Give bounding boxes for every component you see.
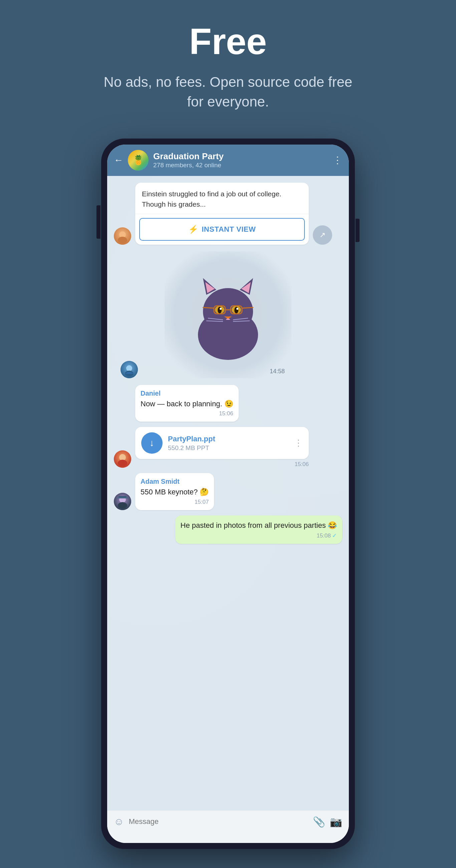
svg-point-2 (118, 237, 127, 243)
own-message-bubble: He pasted in photos from all previous pa… (175, 516, 342, 544)
message-bubble: Adam Smidt 550 MB keynote? 🤔 15:07 (135, 473, 214, 510)
table-row: Adam Smidt 550 MB keynote? 🤔 15:07 (114, 473, 342, 510)
group-name: Graduation Party (153, 151, 328, 162)
instant-view-card: Einstein struggled to find a job out of … (135, 183, 309, 245)
lightning-icon: ⚡ (188, 225, 199, 234)
table-row: Daniel Now — back to planning. 😉 15:06 (114, 385, 342, 422)
svg-rect-36 (117, 497, 128, 498)
svg-line-21 (203, 307, 214, 308)
svg-point-14 (218, 307, 222, 313)
file-more-button[interactable]: ⋮ (294, 438, 303, 448)
svg-point-4 (126, 365, 132, 371)
file-name: PartyPlan.ppt (168, 435, 289, 443)
instant-view-button[interactable]: ⚡ INSTANT VIEW (139, 218, 305, 241)
message-input-bar: ☺ 📎 📷 (107, 810, 349, 833)
chat-body: Einstein struggled to find a job out of … (107, 176, 349, 810)
back-button[interactable]: ← (114, 155, 123, 165)
message-time: 14:58 (270, 368, 285, 375)
read-check-icon: ✓ (332, 532, 337, 539)
message-bubble: Daniel Now — back to planning. 😉 15:06 (135, 385, 239, 422)
group-avatar: 🍍 (128, 150, 149, 170)
avatar (121, 361, 138, 378)
table-row: Einstein struggled to find a job out of … (114, 183, 342, 245)
chat-header: ← 🍍 Graduation Party 278 members, 42 onl… (107, 145, 349, 176)
message-time: 15:07 (141, 499, 209, 505)
svg-point-15 (234, 307, 238, 313)
page-subtitle: No ads, no fees. Open source code free f… (103, 72, 353, 112)
emoji-button[interactable]: ☺ (114, 816, 124, 827)
message-time: 15:06 (135, 461, 309, 468)
message-sender: Daniel (141, 390, 233, 397)
svg-line-22 (242, 307, 253, 308)
message-time: 15:06 (141, 410, 233, 417)
message-time: 15:08 ✓ (181, 532, 337, 539)
file-info: PartyPlan.ppt 550.2 MB PPT (168, 435, 289, 452)
group-members: 278 members, 42 online (153, 162, 328, 169)
file-size: 550.2 MB PPT (168, 444, 289, 452)
message-text: He pasted in photos from all previous pa… (181, 520, 337, 531)
table-row: He pasted in photos from all previous pa… (114, 516, 342, 544)
more-options-button[interactable]: ⋮ (333, 155, 342, 165)
page-title: Free (189, 20, 267, 62)
download-button[interactable]: ↓ (141, 432, 162, 454)
svg-point-34 (118, 502, 127, 509)
group-info: Graduation Party 278 members, 42 online (153, 151, 328, 169)
message-text: 550 MB keynote? 🤔 (141, 487, 209, 497)
message-text: Now — back to planning. 😉 (141, 399, 233, 409)
table-row: A = πr² V = l³ s = √(r²+h²) A = πr² + πr… (114, 251, 342, 378)
camera-button[interactable]: 📷 (330, 816, 342, 828)
avatar (114, 227, 131, 245)
article-preview: Einstein struggled to find a job out of … (135, 183, 309, 214)
svg-point-7 (203, 288, 253, 335)
phone-bottom (107, 833, 349, 843)
attach-button[interactable]: 📎 (313, 816, 325, 828)
phone-screen: ← 🍍 Graduation Party 278 members, 42 onl… (107, 145, 349, 843)
svg-point-17 (236, 308, 238, 310)
share-button[interactable]: ↗ (313, 225, 332, 245)
avatar (114, 451, 131, 468)
svg-point-16 (220, 308, 222, 310)
sticker-container: A = πr² V = l³ s = √(r²+h²) A = πr² + πr… (164, 251, 292, 378)
message-input[interactable] (129, 817, 308, 826)
avatar (114, 493, 131, 510)
file-attachment: ↓ PartyPlan.ppt 550.2 MB PPT ⋮ (135, 427, 309, 459)
message-sender: Adam Smidt (141, 478, 209, 486)
svg-point-31 (118, 460, 127, 466)
table-row: ↓ PartyPlan.ppt 550.2 MB PPT ⋮ 15:06 (114, 427, 342, 468)
cat-sticker (188, 268, 268, 362)
phone-frame: ← 🍍 Graduation Party 278 members, 42 onl… (101, 138, 355, 849)
